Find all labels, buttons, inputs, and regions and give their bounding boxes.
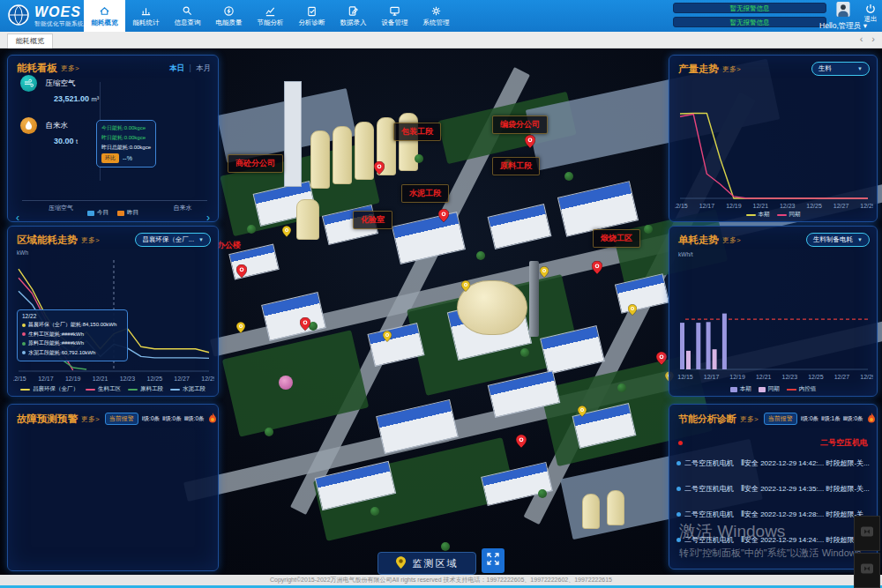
svg-text:12/21: 12/21: [753, 203, 769, 209]
map-decor-bld: [392, 212, 466, 264]
legend-item: 原料工段: [128, 385, 163, 393]
alarm-level-counts: Ⅰ级:0条Ⅱ级:1条Ⅲ级:0条: [801, 415, 863, 423]
mini-chart-legend: 今日昨日: [8, 209, 218, 217]
yellow-pin-icon: [578, 405, 587, 421]
alarm-list: 二号空压机电机 Ⅱ安全 2022-12-29 14:42:... 时段超限-关.…: [669, 450, 877, 553]
map-label-7[interactable]: 办公楼: [217, 240, 241, 251]
map-label-2[interactable]: 编袋分公司: [492, 115, 548, 134]
consumption-type-select[interactable]: 生料制备电耗▼: [806, 233, 870, 247]
nav-tab-2[interactable]: 信息查询: [167, 0, 208, 32]
mini-chart-axis: [22, 200, 207, 201]
map-decor-tree: [476, 251, 485, 260]
region-select[interactable]: 昌襄环保（全厂...▼: [135, 233, 211, 247]
svg-text:12/27: 12/27: [174, 376, 190, 382]
more-link[interactable]: 更多>: [740, 414, 759, 424]
alarm-row[interactable]: 二号空压机电机 Ⅱ安全 2022-12-29 14:28:... 时段超限-关.…: [669, 502, 877, 527]
chevron-down-icon: ▼: [857, 66, 863, 71]
nav-tab-4[interactable]: 节能分析: [250, 0, 291, 32]
panel-title: 产量走势: [678, 63, 719, 76]
material-select[interactable]: 生料▼: [811, 62, 870, 76]
red-pin-icon: [236, 264, 247, 281]
map-decor-silo2: [607, 490, 624, 525]
map-decor-tree: [247, 225, 256, 234]
monitor-area-label: 监测区域: [413, 557, 459, 570]
svg-text:12/21: 12/21: [756, 374, 772, 380]
alarm-flame-icon: [208, 411, 217, 427]
more-link[interactable]: 更多>: [722, 235, 741, 245]
map-decor-silo: [355, 122, 374, 180]
ratio-chip: 环比: [101, 153, 119, 163]
legend-item: 水泥工段: [170, 385, 206, 393]
top-navigation-bar: WOES 智能优化节能系统 能耗概览能耗统计信息查询电能质量节能分析分析诊断数据…: [0, 0, 882, 32]
svg-text:12/25: 12/25: [808, 374, 824, 380]
nav-tab-7[interactable]: 设备管理: [374, 0, 415, 32]
map-decor-tree: [441, 542, 450, 551]
nav-tab-3[interactable]: 电能质量: [208, 0, 250, 32]
nav-tab-6[interactable]: 数据录入: [333, 0, 374, 32]
period-day-option[interactable]: 本日: [169, 63, 184, 72]
map-label-0[interactable]: 商砼分公司: [228, 154, 283, 173]
panel-title: 节能分析诊断: [678, 413, 736, 426]
panel-title: 单耗走势: [678, 234, 719, 247]
nav-tab-1[interactable]: 能耗统计: [125, 0, 167, 32]
compressed-air-icon: [20, 75, 37, 92]
more-link[interactable]: 更多>: [61, 63, 79, 73]
alarm-row[interactable]: 二号空压机电机 Ⅱ安全 2022-12-29 14:42:... 时段超限-关.…: [669, 450, 877, 476]
map-label-1[interactable]: 包装工段: [393, 123, 441, 141]
more-link[interactable]: 更多>: [81, 235, 100, 245]
red-pin-icon: [374, 161, 385, 178]
side-tool-button-1[interactable]: [854, 516, 880, 551]
unit_consumption-svg: 12/1512/1712/1912/2112/2312/2512/2712/29: [675, 257, 873, 382]
period-month-option[interactable]: 本月: [196, 63, 211, 72]
fault-warning-panel: 故障预测预警 更多> 当前报警 Ⅰ级:0条Ⅱ级:0条Ⅲ级:0条: [7, 404, 219, 571]
svg-text:12/17: 12/17: [704, 374, 720, 380]
fullscreen-button[interactable]: [482, 548, 505, 573]
more-link[interactable]: 更多>: [81, 414, 100, 424]
location-pin-icon: [396, 556, 406, 570]
map-label-6[interactable]: 煅烧工区: [593, 229, 640, 248]
period-toggle: 本日 | 本月: [169, 63, 211, 74]
map-decor-tree: [415, 154, 423, 163]
side-tool-button-2[interactable]: [854, 553, 880, 588]
yellow-pin-icon: [540, 265, 549, 281]
map-decor-tree: [538, 489, 547, 498]
map-label-5[interactable]: 化验室: [353, 211, 392, 229]
unit-consumption-panel: 单耗走势 更多> 生料制备电耗▼ kWh/t 12/1512/1712/1912…: [669, 226, 878, 397]
nav-tab-8[interactable]: 系统管理: [415, 0, 457, 32]
unit-consumption-chart: 12/1512/1712/1912/2112/2312/2512/2712/29: [675, 257, 873, 382]
map-label-3[interactable]: 原料工段: [492, 157, 540, 175]
region-trend-panel: 区域能耗走势 更多> 昌襄环保（全厂...▼ kWh 12/1512/1712/…: [7, 226, 219, 397]
map-decor-tree: [265, 428, 273, 436]
svg-text:12/23: 12/23: [780, 203, 796, 209]
tab-scroll-right-icon[interactable]: ›: [871, 33, 875, 44]
red-pin-icon: [592, 261, 602, 278]
nav-tab-0[interactable]: 能耗概览: [84, 0, 125, 32]
logout-button[interactable]: 退出: [861, 4, 880, 24]
screen-tool-icon: [860, 562, 874, 579]
more-link[interactable]: 更多>: [722, 64, 741, 74]
svg-text:12/15: 12/15: [13, 376, 26, 382]
red-pin-icon: [525, 135, 535, 152]
map-label-4[interactable]: 水泥工段: [401, 184, 449, 203]
nav-tab-5[interactable]: 分析诊断: [291, 0, 333, 32]
energy-item-compressed-air: 压缩空气 23,521.00 m³: [20, 75, 99, 103]
svg-text:12/21: 12/21: [93, 376, 108, 382]
current-alarm-chip[interactable]: 当前报警: [105, 413, 138, 425]
tab-scroll-left-icon[interactable]: ‹: [860, 33, 863, 44]
brand-logo: WOES 智能优化节能系统: [7, 4, 84, 30]
chart-legend: 本期同期内控值: [669, 385, 877, 393]
legend-item: 本期: [746, 211, 770, 219]
alarm-row[interactable]: 二号空压机电机 Ⅱ安全 2022-12-29 14:35:... 时段超限-关.…: [669, 476, 877, 502]
panel-title: 故障预测预警: [17, 413, 78, 426]
tab-strip: 能耗概览 ‹ ›: [0, 32, 882, 48]
current-alarm-chip[interactable]: 当前报警: [764, 413, 797, 425]
chevron-down-icon: ▼: [198, 237, 204, 242]
tab-energy-overview[interactable]: 能耗概览: [7, 33, 53, 48]
app-root: WOES 智能优化节能系统 能耗概览能耗统计信息查询电能质量节能分析分析诊断数据…: [0, 0, 882, 588]
map-decor-blossom: [279, 376, 293, 390]
production_trend-svg: 12/1512/1712/1912/2112/2312/2512/2712/29: [675, 80, 873, 211]
red-pin-icon: [438, 209, 449, 226]
map-decor-silo: [399, 113, 418, 171]
monitor-area-button[interactable]: 监测区域: [377, 552, 476, 575]
alarm-row[interactable]: 二号空压机电机 Ⅱ安全 2022-12-29 14:24:... 时段超限-关.…: [669, 527, 877, 553]
